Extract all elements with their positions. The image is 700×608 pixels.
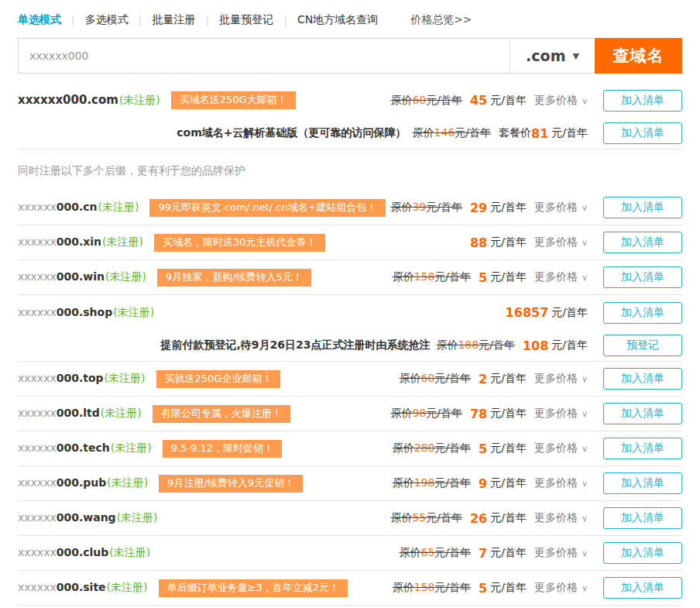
suffix-dropdown-value: .com [526,47,565,64]
original-price: 原价39元/首年 [390,201,462,215]
nav-batch-register[interactable]: 批量注册 [152,13,195,27]
com-result-block: xxxxxx000.com(未注册) 买域名送250G大邮箱！ 原价60元/首年… [18,83,682,149]
price-unit: 元/首年 [490,546,527,560]
chevron-down-icon: ∨ [582,238,588,248]
more-prices-link[interactable]: 更多价格∨ [534,546,588,560]
current-price: 29 [470,201,487,215]
more-prices-link[interactable]: 更多价格∨ [534,94,588,108]
domain-row-cn: xxxxxx000.cn(未注册) 99元即获英文.com/.net/.cn域名… [18,191,682,225]
search-domain-button[interactable]: 查域名 [595,38,682,74]
more-prices-link[interactable]: 更多价格∨ [534,441,588,455]
domain-row-xin: xxxxxx000.xin(未注册) 买域名，限时送30元主机代金券！ 88 元… [18,225,682,260]
domain-row-wang: xxxxxx000.wang(未注册) 原价55元/首年 26 元/首年 更多价… [18,501,682,536]
status-unregistered: (未注册) [107,476,148,489]
status-unregistered: (未注册) [107,581,148,593]
chevron-down-icon: ∨ [582,374,588,384]
domain-name: xxxxxx000.win(未注册) [18,270,146,284]
price-area: 16857 元/首年 加入清单 [506,302,682,324]
nav-separator: | [283,14,287,26]
chevron-down-icon: ∨ [582,203,588,213]
price-unit: 元/首年 [490,270,527,284]
search-results: xxxxxx000.com(未注册) 买域名送250G大邮箱！ 原价60元/首年… [18,83,682,606]
domain-name: xxxxxx000.pub(未注册) [18,476,148,490]
current-price: 88 [470,235,487,250]
add-to-list-button[interactable]: 加入清单 [603,122,682,144]
add-to-list-button[interactable]: 加入清单 [603,438,682,459]
current-price: 5 [479,270,487,285]
original-price: 原价146元/首年 [413,126,491,140]
nav-separator: | [139,14,142,26]
chevron-down-icon: ∨ [582,479,588,489]
price-unit: 元/首年 [490,441,527,455]
chevron-down-icon: ∨ [582,273,588,283]
price-area: 原价198元/首年 9 元/首年 更多价格∨ 加入清单 [393,472,682,494]
domain-search-input[interactable] [19,39,510,73]
add-to-list-button[interactable]: 加入清单 [603,472,682,494]
more-prices-link[interactable]: 更多价格∨ [534,235,588,249]
add-to-list-button[interactable]: 加入清单 [603,302,682,324]
domain-row-top: xxxxxx000.top(未注册) 买就送250G企业邮箱！ 原价60元/首年… [18,362,682,397]
add-to-list-button[interactable]: 加入清单 [603,368,682,390]
add-to-list-button[interactable]: 加入清单 [603,542,682,564]
current-price: 16857 [506,305,549,320]
price-area: 原价39元/首年 29 元/首年 更多价格∨ 加入清单 [390,197,682,218]
suffix-dropdown[interactable]: .com ▼ [510,39,595,73]
original-price: 原价188元/首年 [436,338,514,352]
more-prices-link[interactable]: 更多价格∨ [534,581,588,595]
add-to-list-button[interactable]: 加入清单 [603,232,682,253]
price-area: 88 元/首年 更多价格∨ 加入清单 [470,232,682,253]
price-unit: 元/首年 [490,581,527,595]
price-unit: 元/首年 [490,511,527,525]
more-prices-link[interactable]: 更多价格∨ [534,270,588,284]
shop-preorder-row: 提前付款预登记,待9月26日23点正式注册时由系统抢注 原价188元/首年 10… [18,330,682,361]
current-price: 5 [479,441,487,456]
price-unit: 元/首年 [490,94,527,108]
original-price: 原价280元/首年 [393,441,471,455]
more-prices-link[interactable]: 更多价格∨ [534,407,588,421]
preorder-info-text: 提前付款预登记,待9月26日23点正式注册时由系统抢注 [160,338,430,352]
add-to-list-button[interactable]: 加入清单 [603,403,682,424]
price-unit: 元/首年 [551,338,588,352]
nav-separator: | [205,14,209,26]
more-prices-link[interactable]: 更多价格∨ [534,476,588,490]
add-to-list-button[interactable]: 加入清单 [603,507,682,529]
add-to-list-button[interactable]: 加入清单 [603,197,682,218]
price-unit: 元/首年 [490,476,527,490]
search-box: .com ▼ [18,38,595,74]
nav-cn-regional-domain-query[interactable]: CN地方域名查询 [297,13,378,27]
nav-multi-select-mode[interactable]: 多选模式 [85,13,129,27]
dropdown-arrow-icon: ▼ [572,51,578,61]
domain-row-tech: xxxxxx000.tech(未注册) 9.5-9.12，限时促销！ 原价280… [18,431,682,466]
domain-name: xxxxxx000.wang(未注册) [18,511,158,525]
domain-name: xxxxxx000.site(未注册) [18,581,148,595]
price-unit: 元/首年 [490,235,527,249]
nav-single-select-mode[interactable]: 单选模式 [18,13,61,27]
add-to-list-button[interactable]: 加入清单 [603,577,682,599]
promo-badge: 99元即获英文.com/.net/.cn域名+建站组合包！ [149,199,385,217]
price-overview-link[interactable]: 价格总览>> [410,13,472,27]
nav-batch-preorder[interactable]: 批量预登记 [219,13,273,27]
price-unit: 元/首年 [490,407,527,421]
mode-nav: 单选模式 | 多选模式 | 批量注册 | 批量预登记 | CN地方域名查询 价格… [18,0,682,38]
status-unregistered: (未注册) [105,372,146,384]
domain-row-shop-block: xxxxxx000.shop(未注册) 16857 元/首年 加入清单 提前付款… [18,295,682,362]
add-to-list-button[interactable]: 加入清单 [603,90,682,112]
promo-badge: 有限公司专属，火爆注册！ [153,405,290,423]
domain-row-club: xxxxxx000.club(未注册) 原价65元/首年 7 元/首年 更多价格… [18,536,682,571]
domain-name: xxxxxx000.com(未注册) [18,93,160,108]
domain-name: xxxxxx000.ltd(未注册) [18,407,142,421]
nav-separator: | [71,14,75,26]
current-price: 26 [470,511,487,526]
more-prices-link[interactable]: 更多价格∨ [534,372,588,386]
chevron-down-icon: ∨ [582,583,588,593]
original-price: 原价60元/首年 [400,372,472,386]
status-unregistered: (未注册) [98,201,139,213]
original-price: 原价158元/首年 [393,270,471,284]
domain-row-site: xxxxxx000.site(未注册) 单后缀订单业务量≥3，首年立减2元！ 原… [18,571,682,606]
price-area: 原价280元/首年 5 元/首年 更多价格∨ 加入清单 [393,438,682,459]
more-prices-link[interactable]: 更多价格∨ [534,201,588,215]
price-unit: 元/首年 [551,126,588,140]
more-prices-link[interactable]: 更多价格∨ [534,511,588,525]
preorder-button[interactable]: 预登记 [603,335,682,356]
add-to-list-button[interactable]: 加入清单 [603,266,682,288]
